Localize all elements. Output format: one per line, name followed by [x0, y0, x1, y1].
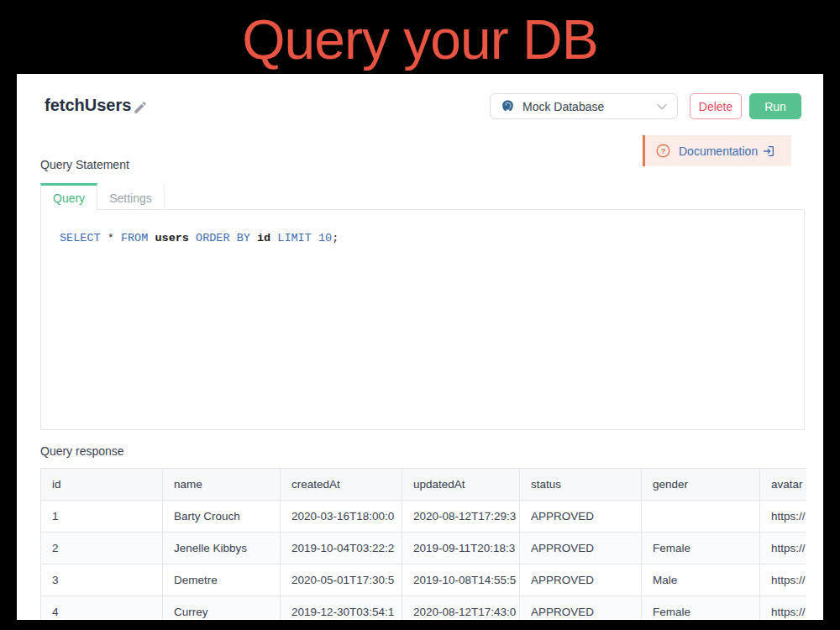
table-row: 3Demetre2020-05-01T17:30:52019-10-08T14:… [41, 564, 807, 596]
table-row: 2Jenelle Kibbys2019-10-04T03:22:22019-09… [41, 533, 807, 564]
table-cell: Demetre [163, 564, 281, 596]
table-header-row: idnamecreatedAtupdatedAtstatusgenderavat… [41, 469, 807, 501]
table-cell: https:// [760, 533, 807, 564]
resource-select[interactable]: Mock Database [490, 93, 678, 119]
chevron-down-icon [657, 103, 667, 110]
column-header: avatar [760, 469, 807, 501]
sql-token: ORDER BY [196, 232, 250, 244]
table-cell: Barty Crouch [163, 501, 281, 533]
sql-token [250, 232, 257, 244]
sql-token [189, 232, 196, 244]
table-cell: 2 [41, 533, 163, 564]
table-cell: https:// [760, 596, 807, 621]
results-table-container: idnamecreatedAtupdatedAtstatusgenderavat… [40, 468, 806, 620]
run-button[interactable]: Run [749, 93, 801, 119]
table-row: 4Currey2019-12-30T03:54:12020-08-12T17:4… [41, 596, 807, 621]
column-header: createdAt [281, 469, 402, 501]
column-header: updatedAt [402, 469, 520, 501]
sql-token: FROM [121, 232, 148, 244]
table-cell: https:// [760, 501, 807, 533]
sign-in-icon [762, 144, 775, 158]
sql-token: users [155, 232, 189, 244]
documentation-link-label: Documentation [679, 144, 758, 158]
query-response-label: Query response [40, 444, 124, 458]
slide: Query your DB fetchUsers Mock Database [0, 0, 840, 630]
postgresql-icon [501, 99, 515, 113]
table-cell: Male [642, 564, 760, 596]
sql-token: ; [332, 232, 339, 244]
column-header: id [41, 469, 163, 501]
delete-button[interactable]: Delete [690, 93, 742, 119]
page-title: Query your DB [0, 0, 840, 79]
column-header: name [163, 469, 281, 501]
table-cell: Currey [163, 596, 281, 621]
question-circle-icon: ? [655, 143, 671, 159]
sql-token: 10 [318, 232, 332, 244]
svg-text:?: ? [660, 146, 665, 155]
results-table: idnamecreatedAtupdatedAtstatusgenderavat… [40, 468, 806, 620]
sql-token: SELECT [60, 232, 101, 244]
table-cell [642, 501, 760, 533]
resource-select-value: Mock Database [522, 100, 649, 113]
table-cell: 2019-10-08T14:55:5 [402, 564, 520, 596]
table-row: 1Barty Crouch2020-03-16T18:00:02020-08-1… [41, 501, 807, 533]
table-cell: 2020-08-12T17:43:0 [402, 596, 520, 621]
table-cell: APPROVED [520, 564, 642, 596]
table-cell: 2019-10-04T03:22:2 [281, 533, 402, 564]
documentation-banner: ? Documentation [643, 135, 791, 166]
table-cell: 2019-12-30T03:54:1 [281, 596, 402, 621]
sql-editor[interactable]: SELECT * FROM users ORDER BY id LIMIT 10… [40, 209, 805, 430]
table-cell: 2020-08-12T17:29:3 [402, 501, 520, 533]
documentation-link[interactable]: Documentation [679, 144, 775, 158]
table-cell: APPROVED [520, 596, 642, 621]
column-header: gender [642, 469, 760, 501]
editor-tabs: Query Settings [40, 183, 165, 210]
table-cell: Female [642, 533, 760, 564]
tab-settings[interactable]: Settings [97, 183, 165, 210]
table-cell: APPROVED [520, 501, 642, 533]
table-cell: APPROVED [520, 533, 642, 564]
column-header: status [520, 469, 642, 501]
edit-pencil-icon[interactable] [133, 100, 148, 115]
table-cell: Female [642, 596, 760, 621]
query-name: fetchUsers [45, 96, 131, 115]
sql-token [312, 232, 318, 244]
table-cell: https:// [760, 564, 807, 596]
table-cell: Jenelle Kibbys [163, 533, 281, 564]
sql-token: * [101, 232, 121, 244]
table-cell: 4 [41, 596, 163, 621]
tab-query[interactable]: Query [40, 183, 97, 210]
table-cell: 2020-05-01T17:30:5 [281, 564, 402, 596]
table-cell: 1 [41, 501, 163, 533]
table-cell: 2019-09-11T20:18:3 [402, 533, 520, 564]
table-cell: 3 [41, 564, 163, 596]
sql-token: LIMIT [277, 232, 312, 244]
query-statement-label: Query Statement [40, 158, 129, 171]
sql-code-line: SELECT * FROM users ORDER BY id LIMIT 10… [60, 232, 339, 244]
query-panel: fetchUsers Mock Database [17, 74, 823, 620]
table-cell: 2020-03-16T18:00:0 [281, 501, 402, 533]
sql-token: id [257, 232, 270, 244]
